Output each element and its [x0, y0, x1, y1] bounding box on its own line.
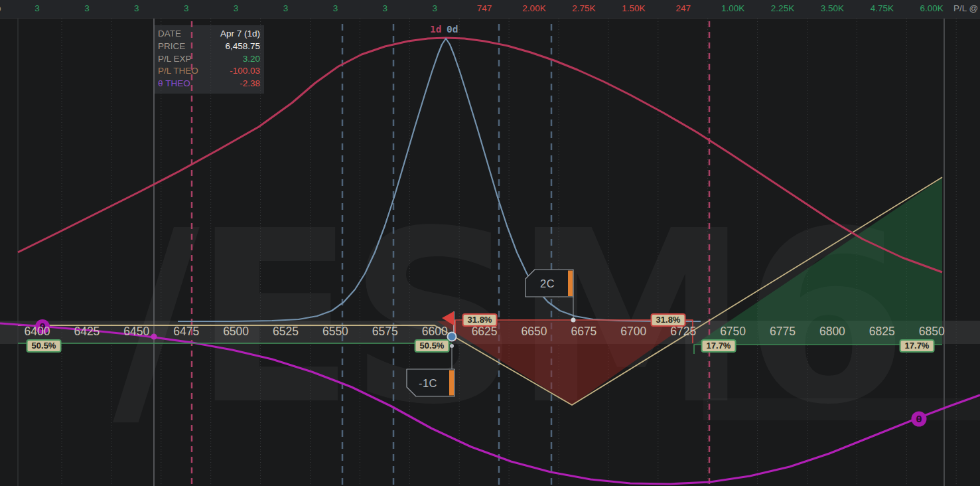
price-axis-label: 6550 [322, 325, 348, 339]
price-axis-label: 6400 [25, 325, 50, 339]
pl-column-value: 3 [234, 3, 239, 13]
profit-zone-fill [695, 178, 942, 344]
pl-column-value: 3 [35, 3, 40, 13]
strike-neg1c-anchor-dot [450, 344, 454, 348]
price-axis-label: 6850 [919, 325, 945, 339]
pl-column-value: 247 [675, 3, 691, 13]
pl-column-value: 2.00K [522, 3, 545, 13]
price-axis-label: 6425 [74, 325, 100, 339]
price-axis-label: 6650 [522, 325, 547, 339]
pl-column-value: 3 [283, 3, 289, 13]
pl-column-value: 3 [432, 3, 437, 13]
risk-profile-chart: /ESM6 DATEApr 7 (1d)PRICE6,458.75P/L EXP… [0, 0, 980, 486]
price-axis-label: 6725 [670, 325, 696, 339]
probability-badge: 50.5% [27, 339, 62, 353]
probability-badge: 31.8% [462, 313, 498, 327]
pl-column-value: 3 [333, 3, 338, 13]
pl-column-value: 4.75K [871, 3, 894, 13]
price-axis-label: 6625 [472, 325, 498, 339]
pl-column-value: 3 [383, 3, 388, 13]
pl-column-value: 6.00K [920, 3, 944, 13]
pl-column-value: 2.25K [771, 3, 794, 13]
pl-column-value: 3 [134, 3, 139, 13]
pl-column-value: 3.50K [821, 3, 844, 13]
pl-column-value: 3 [84, 3, 90, 13]
price-axis-label: 6800 [819, 325, 845, 339]
probability-badge: 17.7% [701, 339, 736, 353]
pl-0d-curve [178, 39, 701, 321]
header-left-clipped-text: o [0, 3, 1, 13]
price-axis-label: 6450 [123, 325, 149, 339]
pl-column-value: 1.50K [622, 3, 645, 13]
strike-label-2c[interactable]: 2C [540, 278, 555, 290]
price-axis-label: 6575 [372, 325, 398, 339]
price-axis-label: 6775 [770, 325, 796, 339]
pl-header-row: o P/L @ 3333333337472.00K2.75K1.50K2471.… [0, 0, 980, 19]
strike-2c-anchor-dot [571, 318, 576, 323]
pl-column-value: 2.75K [572, 3, 595, 13]
theta-handle-right-glyph: θ [916, 414, 922, 424]
price-axis-label: 6750 [720, 325, 746, 339]
price-axis-label: 6475 [173, 325, 199, 339]
probability-badge: 17.7% [900, 339, 935, 353]
strike-box-2c-tab [568, 271, 573, 297]
price-axis-label: 6825 [869, 325, 895, 339]
price-axis-label: 6700 [620, 325, 646, 339]
plot-canvas: θθ [0, 0, 980, 486]
price-axis-label: 6675 [571, 325, 596, 339]
price-axis-label: 6525 [273, 325, 299, 339]
pl-column-value: 747 [477, 3, 492, 13]
probability-badge: 50.5% [415, 339, 450, 353]
theta-crosshair-dot [151, 334, 157, 340]
pl-column-value: 1.00K [721, 3, 744, 13]
strike-label-neg1c[interactable]: -1C [419, 377, 437, 390]
probability-badge: 31.8% [651, 313, 686, 327]
pl-theo-1d-curve [18, 38, 942, 272]
pl-at-header-label: P/L @ [953, 3, 978, 13]
price-axis-label: 6500 [223, 325, 249, 339]
strike-box-neg1c-tab [449, 370, 454, 396]
pl-column-value: 3 [184, 3, 189, 13]
price-axis-label: 6600 [422, 325, 448, 339]
